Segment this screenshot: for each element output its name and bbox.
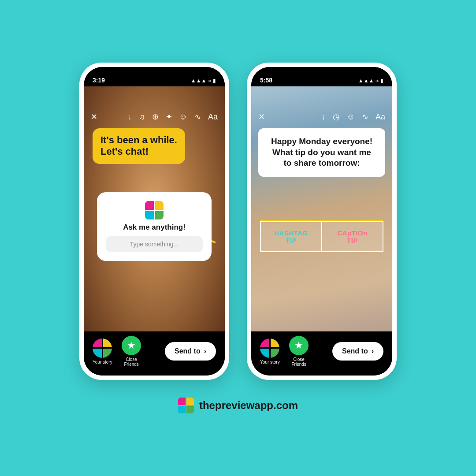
battery-icon-2: ▮ — [380, 78, 383, 84]
close-icon-2[interactable]: ✕ — [258, 112, 265, 122]
music-icon[interactable]: ♫ — [139, 112, 145, 122]
phone-2: 5:58 ▲▲▲ ≈ ▮ ✕ ↓ ◷ ☺ ∿ — [247, 63, 397, 380]
your-story-circle-1 — [93, 338, 112, 358]
phone-2-notch — [295, 67, 348, 79]
bottom-actions-1: Your story ★ Close Friends — [93, 336, 144, 367]
battery-icon: ▮ — [213, 78, 216, 84]
send-to-btn-2[interactable]: Send to › — [332, 342, 383, 361]
toolbar-icons-group-2: ↓ ◷ ☺ ∿ Aa — [322, 112, 385, 122]
send-to-text-2: Send to — [342, 347, 368, 355]
phone-1-story-content: ✕ ↓ ♫ ⊕ ✦ ☺ ∿ Aa It's been a while. — [84, 86, 225, 331]
text-icon-2[interactable]: Aa — [376, 112, 385, 122]
close-friends-btn-1[interactable]: ★ Close Friends — [119, 336, 144, 367]
phone-1: 3:19 ▲▲▲ ≈ ▮ ✕ ↓ ♫ ⊕ — [79, 63, 229, 380]
wifi-icon: ≈ — [208, 78, 211, 84]
qa-logo — [106, 201, 203, 219]
close-friends-label-1: Close Friends — [119, 357, 144, 367]
phone-1-status-icons: ▲▲▲ ≈ ▮ — [191, 78, 216, 84]
close-friends-circle-1: ★ — [122, 336, 141, 355]
your-story-btn-2[interactable]: Your story — [260, 338, 280, 364]
qa-widget[interactable]: Ask me anything! Type something... — [97, 192, 212, 261]
your-story-label-1: Your story — [93, 360, 112, 364]
sticker-icon[interactable]: ✦ — [166, 112, 172, 122]
wifi-icon-2: ≈ — [376, 78, 379, 84]
download-icon[interactable]: ↓ — [128, 112, 132, 122]
qa-title: Ask me anything! — [106, 223, 203, 232]
bottom-actions-2: Your story ★ Close Friends — [260, 336, 311, 367]
caption-text-2: Happy Monday everyone! What tip do you w… — [267, 136, 376, 169]
star-icon-2: ★ — [294, 340, 303, 351]
link-icon[interactable]: ⊕ — [152, 112, 159, 122]
phone-2-bottom-bar: Your story ★ Close Friends Send to › — [251, 331, 392, 376]
poll-option-caption[interactable]: CApTIOn TIP — [322, 222, 383, 251]
timer-icon-2[interactable]: ◷ — [333, 112, 340, 122]
close-friends-btn-2[interactable]: ★ Close Friends — [287, 336, 311, 367]
colorful-grid-logo — [145, 201, 164, 219]
your-story-btn-1[interactable]: Your story — [93, 338, 112, 364]
caption-bubble-1: It's been a while. Let's chat! — [93, 128, 185, 164]
signal-icon-2: ▲▲▲ — [358, 78, 374, 84]
phone-2-story-content: ✕ ↓ ◷ ☺ ∿ Aa Happy Monday everyone! What… — [251, 86, 392, 331]
close-icon[interactable]: ✕ — [91, 112, 97, 122]
phone-1-time: 3:19 — [93, 77, 105, 84]
phone-1-bottom-bar: Your story ★ Close Friends Send to › — [84, 331, 225, 376]
draw-icon[interactable]: ∿ — [194, 112, 201, 122]
phone-1-notch — [128, 67, 181, 79]
qa-input[interactable]: Type something... — [106, 236, 203, 252]
draw-icon-2[interactable]: ∿ — [362, 112, 368, 122]
grid-cell-yellow — [155, 201, 164, 210]
branding-section: thepreviewapp.com — [178, 398, 298, 413]
phone-2-status-icons: ▲▲▲ ≈ ▮ — [358, 78, 383, 84]
grid-cell-pink — [145, 201, 154, 210]
phones-container: 3:19 ▲▲▲ ≈ ▮ ✕ ↓ ♫ ⊕ — [79, 63, 397, 380]
phone-2-toolbar[interactable]: ✕ ↓ ◷ ☺ ∿ Aa — [251, 106, 392, 128]
your-story-label-2: Your story — [260, 360, 280, 364]
download-icon-2[interactable]: ↓ — [322, 112, 326, 122]
toolbar-icons-group: ↓ ♫ ⊕ ✦ ☺ ∿ Aa — [128, 112, 218, 122]
brand-logo — [178, 398, 194, 413]
poll-widget[interactable]: HASHTAG TIP CApTIOn TIP — [260, 220, 383, 252]
arrow-right-icon-1: › — [204, 347, 206, 355]
grid-cell-cyan — [145, 211, 154, 220]
sticker-icon-2[interactable]: ☺ — [347, 112, 355, 122]
phone-2-inner: 5:58 ▲▲▲ ≈ ▮ ✕ ↓ ◷ ☺ ∿ — [251, 67, 392, 376]
phone-1-inner: 3:19 ▲▲▲ ≈ ▮ ✕ ↓ ♫ ⊕ — [84, 67, 225, 376]
arrow-right-icon-2: › — [372, 347, 374, 355]
text-icon[interactable]: Aa — [208, 112, 218, 122]
phone-1-toolbar[interactable]: ✕ ↓ ♫ ⊕ ✦ ☺ ∿ Aa — [84, 106, 225, 128]
signal-icon: ▲▲▲ — [191, 78, 207, 84]
face-icon[interactable]: ☺ — [179, 112, 187, 122]
close-friends-circle-2: ★ — [289, 336, 309, 355]
phone-2-time: 5:58 — [260, 77, 272, 84]
send-to-text-1: Send to — [175, 347, 201, 355]
caption-bubble-2: Happy Monday everyone! What tip do you w… — [258, 128, 385, 177]
poll-options[interactable]: HASHTAG TIP CApTIOn TIP — [260, 221, 383, 252]
caption-text-1: It's been a while. Let's chat! — [100, 134, 177, 158]
send-to-btn-1[interactable]: Send to › — [165, 342, 216, 361]
your-story-circle-2 — [260, 338, 279, 358]
brand-text: thepreviewapp.com — [199, 399, 298, 412]
grid-cell-green — [155, 211, 164, 220]
close-friends-label-2: Close Friends — [287, 357, 311, 367]
poll-option-hashtag[interactable]: HASHTAG TIP — [261, 222, 322, 251]
star-icon-1: ★ — [127, 340, 136, 351]
